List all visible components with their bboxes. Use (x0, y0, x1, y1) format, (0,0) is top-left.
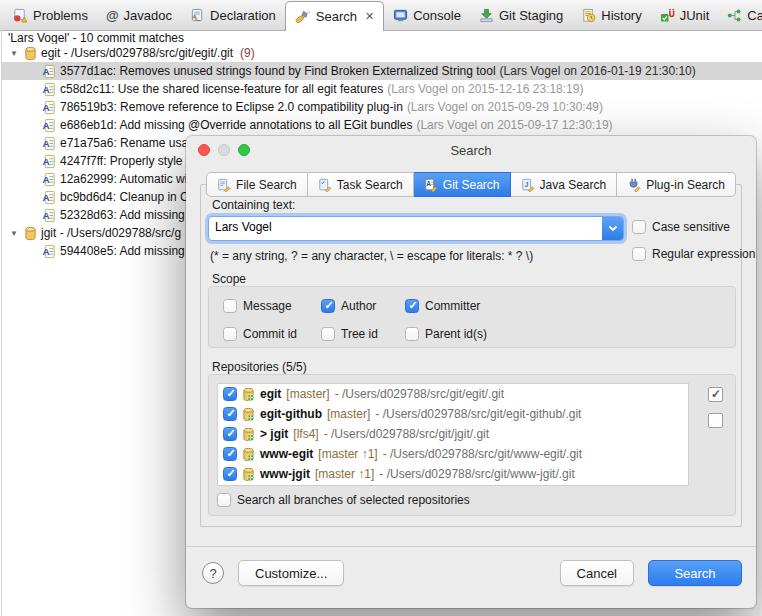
scope-author-option[interactable]: Author (321, 299, 376, 313)
tab-label: Problems (33, 8, 88, 23)
search-all-branches-checkbox[interactable] (217, 493, 231, 507)
repo-checkbox[interactable] (223, 387, 237, 401)
tree-row-repo-egit[interactable]: ▼ egit - /Users/d029788/src/git/egit/.gi… (2, 44, 762, 62)
tree-row-commit[interactable]: A c58d2c11: Use the shared license-featu… (2, 80, 762, 98)
tree-row-commit[interactable]: A e686eb1d: Add missing @Override annota… (2, 116, 762, 134)
containing-text-value[interactable]: Lars Vogel (209, 217, 602, 240)
repository-row[interactable]: www-egit [master ↑1] - /Users/d029788/sr… (218, 444, 688, 464)
dialog-title-bar[interactable]: Search (186, 136, 756, 164)
cancel-button[interactable]: Cancel (560, 560, 634, 586)
repo-path: - /Users/d029788/src/git/jgit/.git (324, 427, 489, 441)
containing-text-combo[interactable]: Lars Vogel (208, 216, 624, 241)
commit-id-checkbox[interactable] (223, 327, 237, 341)
svg-text:A: A (42, 137, 49, 148)
repo-branch: [lfs4] (293, 427, 318, 441)
tab-search[interactable]: Search ✕ (285, 1, 384, 31)
tab-console[interactable]: Console (384, 1, 470, 30)
search-view-icon (295, 9, 311, 24)
help-button[interactable]: ? (202, 562, 224, 584)
tab-junit[interactable]: JUnit (651, 1, 719, 30)
tab-label: History (601, 8, 641, 23)
dialog-button-row: ? Customize... Cancel Search (202, 560, 742, 586)
search-all-branches-option[interactable]: Search all branches of selected reposito… (217, 493, 470, 507)
tab-plugin-search[interactable]: Plug-in Search (617, 172, 736, 197)
tab-javadoc[interactable]: @ Javadoc (97, 1, 181, 30)
repo-label: jgit - /Users/d029788/src/g (41, 226, 181, 240)
repo-path: - /Users/d029788/src/git/egit-github/.gi… (375, 407, 581, 421)
repository-icon (242, 427, 255, 442)
regex-checkbox[interactable] (632, 247, 646, 261)
author-label: Author (341, 299, 376, 313)
scope-label: Scope (212, 272, 246, 286)
repo-checkbox[interactable] (223, 467, 237, 481)
message-checkbox[interactable] (223, 299, 237, 313)
combo-dropdown-button[interactable] (602, 217, 623, 240)
case-sensitive-option[interactable]: Case sensitive (632, 220, 730, 234)
author-checkbox[interactable] (321, 299, 335, 313)
tab-declaration[interactable]: Declaration (181, 1, 285, 30)
tree-id-label: Tree id (341, 327, 378, 341)
svg-text:A: A (42, 65, 49, 76)
tree-row-commit[interactable]: A 3577d1ac: Removes unused strings found… (2, 62, 762, 80)
repository-icon (242, 407, 255, 422)
case-sensitive-checkbox[interactable] (632, 220, 646, 234)
svg-text:A: A (42, 191, 49, 202)
repositories-list[interactable]: egit [master] - /Users/d029788/src/git/e… (217, 383, 689, 486)
committer-checkbox[interactable] (405, 299, 419, 313)
commit-label: 12a62999: Automatic wi (60, 172, 187, 186)
tab-label: JUnit (680, 8, 710, 23)
repo-branch: [master] (286, 387, 329, 401)
repo-checkbox[interactable] (223, 407, 237, 421)
scope-committer-option[interactable]: Committer (405, 299, 480, 313)
commit-label: bc9bd6d4: Cleanup in C (60, 190, 189, 204)
tab-problems[interactable]: Problems (4, 1, 97, 30)
tree-row-commit[interactable]: A 786519b3: Remove reference to Eclipse … (2, 98, 762, 116)
repository-row[interactable]: egit [master] - /Users/d029788/src/git/e… (218, 384, 688, 404)
tab-file-search[interactable]: File Search (206, 172, 308, 197)
repository-row[interactable]: > jgit [lfs4] - /Users/d029788/src/git/j… (218, 424, 688, 444)
scope-commit-id-option[interactable]: Commit id (223, 327, 297, 341)
tab-label: Declaration (210, 8, 276, 23)
scope-message-option[interactable]: Message (223, 299, 292, 313)
tab-java-search[interactable]: J Java Search (511, 172, 618, 197)
repository-icon (242, 447, 255, 462)
parent-ids-label: Parent id(s) (425, 327, 487, 341)
scope-parent-ids-option[interactable]: Parent id(s) (405, 327, 487, 341)
dialog-tabs: File Search Task Search A Git Search J J… (186, 172, 756, 197)
tab-history[interactable]: History (572, 1, 650, 30)
commit-label: 3577d1ac: Removes unused strings found b… (60, 64, 496, 78)
scope-tree-id-option[interactable]: Tree id (321, 327, 378, 341)
deselect-all-checkbox[interactable] (708, 413, 723, 428)
regex-option[interactable]: Regular expression (632, 247, 755, 261)
tree-id-checkbox[interactable] (321, 327, 335, 341)
chevron-expanded-icon[interactable]: ▼ (10, 229, 20, 238)
select-all-checkbox[interactable] (708, 387, 723, 402)
tab-call-hierarchy[interactable]: Call Hierarchy (718, 1, 762, 30)
javadoc-icon: @ (106, 8, 119, 23)
tab-label: Plug-in Search (646, 178, 725, 192)
committer-label: Committer (425, 299, 480, 313)
java-search-icon: J (521, 178, 535, 192)
repository-row[interactable]: www-jgit [master ↑1] - /Users/d029788/sr… (218, 464, 688, 484)
git-staging-icon (479, 8, 494, 23)
task-search-icon (318, 178, 332, 192)
tab-git-search[interactable]: A Git Search (414, 172, 511, 197)
tab-task-search[interactable]: Task Search (308, 172, 414, 197)
console-icon (393, 8, 408, 23)
svg-text:A: A (42, 173, 49, 184)
commit-match-icon: A (42, 154, 56, 169)
tab-git-staging[interactable]: Git Staging (470, 1, 572, 30)
repository-row[interactable]: egit-github [master] - /Users/d029788/sr… (218, 404, 688, 424)
search-result-summary: 'Lars Vogel' - 10 commit matches (0, 31, 762, 45)
parent-ids-checkbox[interactable] (405, 327, 419, 341)
repo-name: www-jgit (260, 467, 310, 481)
repo-checkbox[interactable] (223, 427, 237, 441)
search-button[interactable]: Search (648, 560, 742, 586)
customize-button[interactable]: Customize... (238, 560, 344, 586)
svg-text:A: A (42, 209, 49, 220)
repo-checkbox[interactable] (223, 447, 237, 461)
close-icon[interactable]: ✕ (365, 10, 374, 23)
tab-label: Call Hierarchy (747, 8, 762, 23)
chevron-expanded-icon[interactable]: ▼ (10, 49, 20, 58)
tab-label: Console (413, 8, 461, 23)
